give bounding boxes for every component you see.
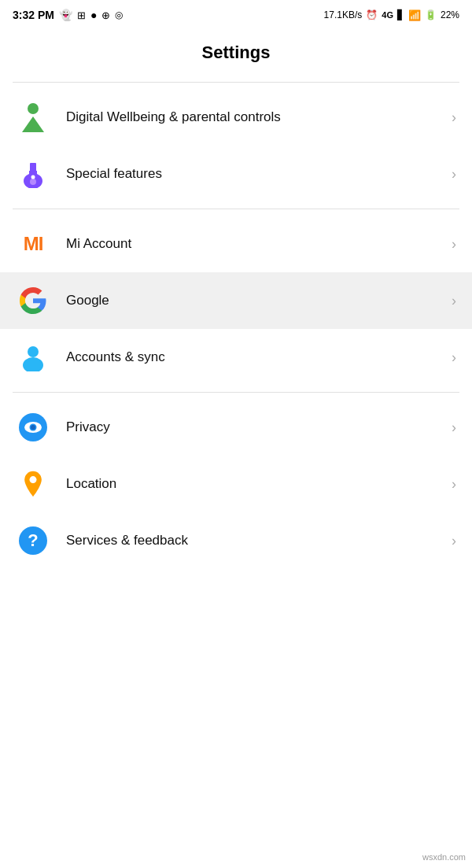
privacy-item[interactable]: Privacy › — [0, 399, 472, 456]
location-label: Location — [66, 475, 445, 493]
google-item[interactable]: Google › — [0, 272, 472, 329]
instagram-icon: ◎ — [115, 9, 123, 20]
google-icon — [19, 286, 47, 315]
mi-account-icon-container: MI — [16, 227, 50, 261]
privacy-icon — [19, 413, 47, 441]
accounts-sync-icon — [19, 343, 47, 371]
privacy-label: Privacy — [66, 419, 445, 436]
mi-account-item[interactable]: MI Mi Account › — [0, 216, 472, 272]
watermark: wsxdn.com — [422, 852, 466, 862]
signal-icon: ▋ — [397, 9, 404, 20]
special-features-icon-container — [16, 157, 50, 191]
google-icon-container — [16, 283, 50, 318]
whatsapp-icon: ● — [90, 9, 97, 21]
accounts-sync-chevron: › — [452, 349, 456, 366]
mi-account-icon: MI — [24, 233, 43, 255]
google-chevron: › — [452, 293, 456, 309]
globe-icon: ⊕ — [101, 9, 110, 21]
services-feedback-icon: ? — [19, 526, 47, 555]
digital-wellbeing-icon: ♥ — [19, 102, 47, 132]
svg-point-16 — [30, 476, 37, 483]
mi-account-chevron: › — [452, 236, 456, 253]
network-speed: 17.1KB/s — [324, 9, 363, 20]
accounts-sync-label: Accounts & sync — [66, 349, 445, 366]
mi-account-label: Mi Account — [66, 235, 445, 253]
services-feedback-chevron: › — [452, 533, 456, 549]
services-feedback-item[interactable]: ? Services & feedback › — [0, 512, 472, 569]
digital-wellbeing-icon-container: ♥ — [16, 100, 50, 135]
status-left: 3:32 PM 👻 ⊞ ● ⊕ ◎ — [13, 9, 123, 21]
svg-point-0 — [28, 103, 39, 114]
accounts-sync-item[interactable]: Accounts & sync › — [0, 329, 472, 386]
page-title-container: Settings — [0, 28, 472, 82]
svg-point-9 — [23, 357, 43, 371]
battery-percent: 22% — [441, 9, 459, 20]
section2: MI Mi Account › Google › Accounts & — [0, 209, 472, 392]
special-features-chevron: › — [452, 166, 456, 183]
svg-point-6 — [30, 179, 36, 185]
privacy-icon-container — [16, 410, 50, 445]
special-features-item[interactable]: Special features › — [0, 146, 472, 202]
grid-icon: ⊞ — [77, 9, 86, 21]
network-4g-icon: 4G — [382, 10, 393, 20]
services-feedback-label: Services & feedback — [66, 532, 445, 549]
svg-rect-5 — [29, 171, 37, 174]
battery-icon: 🔋 — [425, 9, 437, 20]
digital-wellbeing-item[interactable]: ♥ Digital Wellbeing & parental controls … — [0, 89, 472, 146]
digital-wellbeing-chevron: › — [452, 109, 456, 126]
location-chevron: › — [452, 476, 456, 493]
page-title: Settings — [0, 42, 472, 63]
status-bar: 3:32 PM 👻 ⊞ ● ⊕ ◎ 17.1KB/s ⏰ 4G ▋ 📶 🔋 22… — [0, 0, 472, 28]
svg-point-8 — [28, 346, 39, 357]
status-time: 3:32 PM — [13, 9, 54, 21]
section1: ♥ Digital Wellbeing & parental controls … — [0, 83, 472, 209]
location-icon — [20, 470, 46, 498]
svg-point-15 — [31, 425, 35, 430]
special-features-label: Special features — [66, 165, 445, 183]
digital-wellbeing-label: Digital Wellbeing & parental controls — [66, 109, 445, 126]
privacy-chevron: › — [452, 419, 456, 436]
services-feedback-icon-container: ? — [16, 523, 50, 558]
svg-text:?: ? — [28, 530, 38, 550]
google-label: Google — [66, 292, 445, 309]
svg-text:♥: ♥ — [27, 121, 33, 132]
accounts-sync-icon-container — [16, 340, 50, 375]
svg-point-7 — [31, 175, 35, 179]
special-features-icon — [19, 160, 47, 188]
alarm-icon: ⏰ — [366, 9, 378, 20]
section3: Privacy › Location › ? Services & feedba… — [0, 393, 472, 575]
status-right: 17.1KB/s ⏰ 4G ▋ 📶 🔋 22% — [324, 9, 459, 21]
snapchat-icon: 👻 — [59, 9, 72, 21]
location-icon-container — [16, 467, 50, 501]
location-item[interactable]: Location › — [0, 456, 472, 512]
wifi-icon: 📶 — [408, 9, 421, 21]
